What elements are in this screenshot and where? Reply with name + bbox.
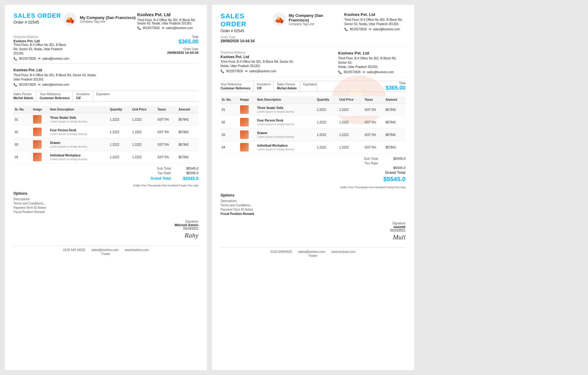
doc2-header-left: SALES ORDER Order # 02545 Order Date 29/… [221, 12, 272, 43]
doc2-ref-total: Total $365.00 [320, 81, 405, 92]
table-row: 02 🪑 Four Person DeskLorem Ipsum is simp… [13, 126, 198, 138]
item-image-d2-1: 🪑 [240, 105, 249, 114]
doc2-order-number: Order # 02545 [221, 29, 272, 33]
options-item-1: Descriptons [13, 197, 198, 201]
doc2-billing-address: Third Floor, B-4 Office No 301, B Block … [338, 56, 405, 69]
company-logo-1 [63, 12, 77, 26]
doc1-ref-row: Sales Person Michel Admin Your Reference… [13, 91, 198, 102]
doc2-ref-row: Your Reference Customer Reference Incont… [221, 81, 405, 92]
doc1-customer-address-header: Third Floor, B-4 Office No 301, B Block … [137, 18, 198, 25]
doc1-customer-contact-header: 📞 9015573826 ✉ sales@ksolves.com [137, 26, 198, 30]
doc2-billing-email: sales@ksolves.com [367, 70, 394, 74]
doc2-footer: 0120-54544525 sales@ksolves.com www.ksol… [221, 247, 405, 257]
doc2-shipment-email: sales@ksolves.com [249, 69, 277, 73]
doc2-phone-h: 9015573826 [350, 28, 367, 31]
doc2-taxrate-row: Tex Rate [221, 161, 405, 165]
doc2-footer-phone: 0120-54544525 [270, 250, 292, 253]
table-row: 02 🪑 Four Person DeskLorem Ipsum is simp… [221, 116, 405, 129]
doc1-footer-website: www.ksolves.com [125, 248, 149, 252]
col-qty-1: Quantity [109, 106, 131, 113]
doc2-ref-salesperson: Sales Person Michel Admin [277, 81, 300, 92]
company-logo-2 [272, 12, 286, 26]
doc2-billing-phone: 9015573826 [344, 70, 361, 74]
doc1-subtotal-val: $5545.0 [177, 167, 198, 170]
col-srno-2: Sr. No. [221, 96, 239, 103]
doc2-billing-right: Ksolves Pvt. Ltd Third Floor, B-4 Office… [338, 51, 405, 74]
doc1-sig-scribble: Rahy [13, 231, 198, 239]
doc1-billing-address: Third Floor, B-4 Office No 301, B Block … [13, 73, 99, 82]
item-image-d2-2: 🪑 [240, 118, 249, 126]
doc2-taxrate-amount: $5545.0 [381, 166, 405, 170]
doc2-date-label: Order Date [221, 36, 272, 39]
table-row: 01 🪑 Three Seater SofaLorem Ipsum is sim… [13, 113, 198, 126]
doc2-sig-date: 03/23/2021 [221, 229, 405, 232]
doc1-items-table: Sr. No. Image Item Description Quantity … [13, 106, 198, 163]
col-image-2: Image [239, 96, 256, 103]
doc1-subtotal-label: Sub Total [157, 167, 171, 170]
doc2-sig-name: swastik [221, 225, 405, 229]
doc2-footer-email: sales@ksolves.com [298, 250, 325, 253]
doc2-header-middle: My Company (San Francisco) Company Tag L… [272, 12, 344, 26]
doc1-footer-phone: 0120 545 44525 [63, 248, 85, 252]
doc1-grandtotal-val: $5545.0 [177, 176, 198, 181]
item-image-4: 🪑 [33, 153, 42, 161]
doc1-order-date: 29/09/2020 14:44:34 [167, 51, 198, 54]
doc1-options-title: Options [13, 191, 198, 196]
doc1-footer: 0120 545 44525 sales@ksolves.com www.kso… [13, 246, 198, 256]
doc1-total-amount: $365.00 [167, 39, 198, 45]
doc2-email-h: sales@ksolves.com [373, 28, 400, 31]
doc1-header: SALES ORDER Order # 02545 My Company (Sa… [13, 12, 198, 30]
doc2-totals: Sub Total $5545.0 Tex Rate $5545.0 Grand… [221, 157, 405, 183]
doc2-taxrate-val [381, 161, 405, 165]
item-image-d2-3: 🪑 [240, 130, 249, 139]
col-taxes-2: Taxes [363, 96, 384, 103]
col-amount-2: Amount [384, 96, 405, 103]
item-image-d2-4: 🪑 [240, 143, 249, 152]
options-item-4: Fiscal Position Remark [13, 210, 198, 214]
document-2: SALES ORDER Order # 02545 Order Date 29/… [212, 5, 414, 370]
doc1-shipment-label: Shipment Address [13, 35, 69, 39]
col-srno-1: Sr. No. [13, 106, 32, 113]
doc2-order-date: 29/09/2020 14:44:34 [221, 39, 272, 43]
svg-point-5 [277, 17, 280, 20]
doc1-total-section: Total $365.00 Order Date 29/09/2020 14:4… [167, 35, 198, 60]
doc1-company-text: My Company (San Francisco) Company Tag L… [80, 15, 136, 23]
email-icon-1: ✉ [162, 26, 164, 30]
doc1-signature: Signature Mitchell Admin 03/18/2021 Rahy [13, 220, 198, 239]
doc1-shipment: Shipment Address Ksolves Pvt. Ltd Third … [13, 35, 69, 60]
doc1-phone-header: 9015573826 [143, 26, 160, 30]
col-price-1: Unit Price [131, 106, 156, 113]
doc2-billing-name: Ksolves Pvt. Ltd [338, 51, 405, 55]
phone-icon-b2: 📞 [338, 70, 342, 74]
doc1-ref-yourref: Your Reference Customer Reference [40, 91, 73, 101]
doc1-ref-expiration: Expiration [96, 91, 113, 101]
doc1-shipment-contact: 📞 9015573826 ✉ sales@ksolves.com [13, 57, 69, 60]
email-icon-b2: ✉ [363, 70, 365, 74]
doc1-grandtotal-label: Grand Total [151, 176, 171, 181]
col-desc-1: Item Description [49, 106, 108, 113]
phone-icon-2h: 📞 [344, 28, 348, 31]
doc2-customer-name-h: Ksolves Pvt. Ltd [344, 12, 405, 17]
doc2-billing-contact: 📞 9015573826 ✉ sales@ksolves.com [338, 70, 405, 74]
doc2-info-row: Shipment Address Ksolves Pvt. Ltd Third … [221, 51, 405, 77]
doc1-taxrate-label: Tax Rate [158, 171, 171, 175]
doc2-items-table: Sr. No. Image Item Description Quantity … [221, 96, 405, 154]
doc1-taxrate-val: $5545.0 [177, 171, 198, 175]
doc2-grandtotal-label: Grand Total [385, 171, 405, 175]
table-row: 03 🪑 DrawerLorem Ipsum is simply dummy 1… [13, 138, 198, 151]
doc2-so-label: SALES ORDER [221, 12, 272, 28]
doc1-company-middle: My Company (San Francisco) Company Tag L… [63, 12, 136, 26]
doc2-grandtotal-row: Grand Total [221, 171, 405, 175]
doc2-footer-contacts: 0120-54544525 sales@ksolves.com www.ksol… [221, 250, 405, 253]
doc1-sig-label: Signature [13, 220, 198, 223]
doc1-amount-words: Doller Five Thousands Five Hundred Fourt… [13, 184, 198, 187]
doc1-customer-name-header: Ksolves Pvt. Ltd [137, 12, 198, 17]
doc2-ref-yourref: Your Reference Customer Reference [221, 81, 254, 92]
doc2-footer-website: www.ksolves.com [331, 250, 356, 253]
doc1-company-tagline: Company Tag Line [80, 20, 136, 23]
doc1-order-date-label: Order Date [167, 47, 198, 51]
doc2-subtotal-val: $5545.0 [381, 157, 405, 160]
doc1-grandtotal-row: Grand Total $5545.0 [13, 176, 198, 181]
doc1-billing-email: sales@ksolves.com [42, 83, 70, 86]
options-item-2: Terms and Conditions... [13, 202, 198, 205]
